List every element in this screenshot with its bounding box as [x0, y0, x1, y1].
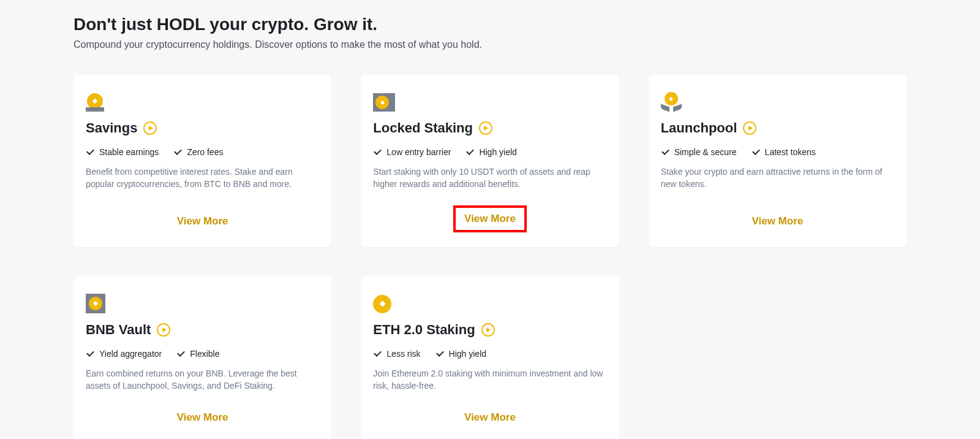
- play-circle-icon[interactable]: [481, 323, 495, 337]
- play-circle-icon[interactable]: [479, 121, 492, 135]
- feature-item: Zero fees: [173, 147, 223, 157]
- view-more-button[interactable]: View More: [743, 210, 812, 232]
- check-icon: [176, 351, 185, 357]
- play-circle-icon[interactable]: [157, 323, 170, 337]
- launchpool-icon: [661, 90, 894, 112]
- view-more-button[interactable]: View More: [168, 407, 237, 429]
- feature-label: Latest tokens: [765, 147, 816, 157]
- card-bnb-vault: BNB Vault Yield aggregator Flexible Earn…: [74, 277, 331, 439]
- page-subtitle: Compound your cryptocurrency holdings. D…: [74, 39, 907, 50]
- card-description: Stake your crypto and earn attractive re…: [661, 166, 894, 196]
- card-locked-staking: Locked Staking Low entry barrier High yi…: [361, 75, 619, 247]
- card-description: Join Ethereum 2.0 staking with minimum i…: [373, 367, 606, 392]
- check-icon: [373, 149, 382, 155]
- view-more-button[interactable]: View More: [168, 210, 237, 232]
- feature-item: Low entry barrier: [373, 147, 451, 157]
- feature-label: Zero fees: [187, 147, 223, 157]
- view-more-button[interactable]: View More: [456, 407, 524, 429]
- feature-label: Low entry barrier: [386, 147, 451, 157]
- feature-label: High yield: [479, 147, 516, 157]
- card-title: ETH 2.0 Staking: [373, 322, 475, 338]
- card-description: Earn combined returns on your BNB. Lever…: [86, 367, 319, 392]
- check-icon: [86, 351, 94, 357]
- feature-item: Yield aggregator: [86, 349, 162, 359]
- card-title: Launchpool: [661, 120, 737, 136]
- feature-item: Simple & secure: [661, 147, 737, 157]
- card-title: Locked Staking: [373, 120, 473, 136]
- feature-label: Less risk: [386, 349, 420, 359]
- check-icon: [373, 351, 382, 357]
- feature-item: Less risk: [373, 349, 420, 359]
- feature-item: High yield: [435, 349, 486, 359]
- play-circle-icon[interactable]: [143, 121, 157, 135]
- check-icon: [86, 149, 94, 155]
- check-icon: [661, 149, 669, 155]
- feature-label: Simple & secure: [674, 147, 737, 157]
- savings-icon: [86, 90, 319, 112]
- feature-label: Yield aggregator: [99, 349, 162, 359]
- feature-label: Flexible: [190, 349, 219, 359]
- product-cards-grid: Savings Stable earnings Zero fees Benefi…: [74, 75, 907, 439]
- feature-label: High yield: [449, 349, 486, 359]
- bnb-vault-icon: [86, 291, 319, 313]
- feature-label: Stable earnings: [99, 147, 159, 157]
- view-more-button[interactable]: View More: [453, 205, 527, 232]
- page-header: Don't just HODL your crypto. Grow it. Co…: [74, 15, 907, 50]
- card-description: Benefit from competitive interest rates.…: [86, 166, 319, 196]
- check-icon: [173, 149, 182, 155]
- card-savings: Savings Stable earnings Zero fees Benefi…: [74, 75, 331, 247]
- card-description: Start staking with only 10 USDT worth of…: [373, 166, 606, 191]
- locked-staking-icon: [373, 90, 606, 112]
- card-title: BNB Vault: [86, 322, 151, 338]
- card-eth-2-staking: ETH 2.0 Staking Less risk High yield Joi…: [361, 277, 619, 439]
- feature-item: High yield: [466, 147, 516, 157]
- check-icon: [435, 351, 444, 357]
- card-title: Savings: [86, 120, 137, 136]
- feature-item: Latest tokens: [752, 147, 816, 157]
- check-icon: [466, 149, 474, 155]
- feature-item: Stable earnings: [86, 147, 159, 157]
- page-title: Don't just HODL your crypto. Grow it.: [74, 15, 907, 34]
- card-launchpool: Launchpool Simple & secure Latest tokens…: [649, 75, 907, 247]
- play-circle-icon[interactable]: [743, 121, 756, 135]
- feature-item: Flexible: [176, 349, 219, 359]
- eth-staking-icon: [373, 291, 606, 313]
- check-icon: [752, 149, 760, 155]
